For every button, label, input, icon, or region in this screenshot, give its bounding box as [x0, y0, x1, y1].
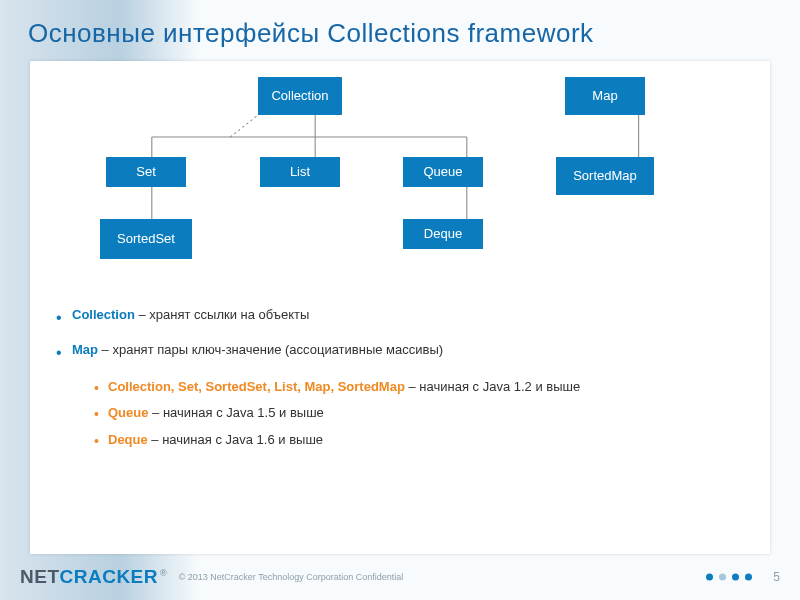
logo: NETCRACKER®	[20, 566, 167, 588]
content-panel: Collection Set List Queue SortedSet Dequ…	[30, 61, 770, 554]
bullet-text: – хранят ссылки на объекты	[135, 307, 309, 322]
sub-bullet-item: Deque – начиная с Java 1.6 и выше	[94, 430, 750, 451]
node-deque: Deque	[403, 219, 483, 249]
bullet-list: Collection – хранят ссылки на объекты Ma…	[50, 305, 750, 451]
dot-icon	[732, 574, 739, 581]
keyword: Queue	[108, 405, 148, 420]
bullet-text: – начиная с Java 1.6 и выше	[148, 432, 323, 447]
dot-icon	[745, 574, 752, 581]
registered-mark: ®	[160, 568, 167, 578]
dot-icon	[719, 574, 726, 581]
dot-icon	[706, 574, 713, 581]
bullet-text: – хранят пары ключ-значение (ассоциативн…	[98, 342, 443, 357]
slide-title: Основные интерфейсы Collections framewor…	[0, 0, 800, 61]
keyword: Deque	[108, 432, 148, 447]
logo-text-cracker: CRACKER	[60, 566, 159, 588]
keyword: Collection, Set, SortedSet, List, Map, S…	[108, 379, 405, 394]
bullet-item: Collection – хранят ссылки на объекты	[56, 305, 750, 326]
logo-text-net: NET	[20, 566, 60, 588]
node-collection: Collection	[258, 77, 342, 115]
sub-bullet-item: Queue – начиная с Java 1.5 и выше	[94, 403, 750, 424]
node-list: List	[260, 157, 340, 187]
bullet-text: – начиная с Java 1.2 и выше	[405, 379, 580, 394]
sub-bullet-item: Collection, Set, SortedSet, List, Map, S…	[94, 377, 750, 398]
keyword: Collection	[72, 307, 135, 322]
node-sortedset: SortedSet	[100, 219, 192, 259]
keyword: Map	[72, 342, 98, 357]
node-sortedmap: SortedMap	[556, 157, 654, 195]
node-set: Set	[106, 157, 186, 187]
slide: Основные интерфейсы Collections framewor…	[0, 0, 800, 600]
decorative-dots	[706, 574, 752, 581]
bullet-item: Map – хранят пары ключ-значение (ассоциа…	[56, 340, 750, 451]
hierarchy-diagram: Collection Set List Queue SortedSet Dequ…	[50, 75, 750, 305]
footer: NETCRACKER® © 2013 NetCracker Technology…	[0, 554, 800, 600]
copyright: © 2013 NetCracker Technology Corporation…	[179, 572, 404, 583]
bullet-text: – начиная с Java 1.5 и выше	[148, 405, 323, 420]
node-map: Map	[565, 77, 645, 115]
page-number: 5	[773, 570, 780, 584]
node-queue: Queue	[403, 157, 483, 187]
